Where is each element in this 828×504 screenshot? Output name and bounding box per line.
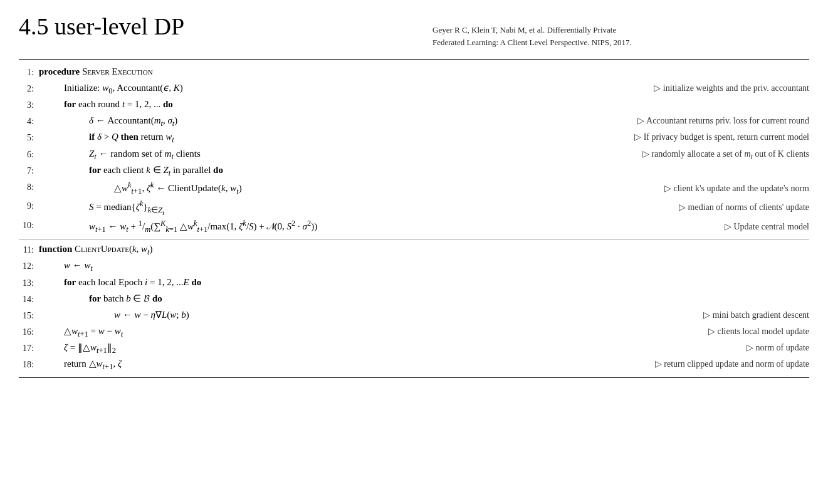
algorithm-line: 4:δ ← Accountant(mt, σt)▷ Accountant ret… (19, 113, 809, 130)
line-number: 4: (19, 113, 39, 129)
line-content: return △wt+1, ζ (39, 357, 508, 373)
algorithm-line: 2:Initialize: w0, Accountant(ϵ, K)▷ init… (19, 81, 809, 97)
page-title: 4.5 user-level DP (19, 13, 184, 41)
line-content: S = median{ζk}k∈Zt (39, 198, 508, 218)
line-number: 7: (19, 163, 39, 178)
line-comment: ▷ client k's update and the update's nor… (508, 182, 809, 196)
algorithm-line: 1:procedure Server Execution (19, 65, 809, 81)
line-content: ζ = ‖△wt+1‖2 (39, 340, 508, 357)
algorithm-line: 13:for each local Epoch i = 1, 2, ...E d… (19, 275, 809, 291)
algorithm-line: 14:for batch b ∈ 𝓑 do (19, 291, 809, 308)
line-comment: ▷ initialize weights and the priv. accou… (508, 81, 809, 95)
algorithm-line: 3:for each round t = 1, 2, ... do (19, 97, 809, 113)
line-number: 10: (19, 218, 39, 233)
line-content: Initialize: w0, Accountant(ϵ, K) (39, 81, 508, 97)
line-content: function ClientUpdate(k, wt) (39, 242, 508, 258)
line-content: for each local Epoch i = 1, 2, ...E do (39, 275, 508, 290)
line-content: procedure Server Execution (39, 65, 508, 79)
line-comment: ▷ Accountant returns priv. loss for curr… (508, 114, 809, 128)
line-content: △wkt+1, ζk ← ClientUpdate(k, wt) (39, 179, 508, 197)
algorithm-box: 1:procedure Server Execution2:Initialize… (19, 59, 809, 378)
algorithm-line: 18:return △wt+1, ζ▷ return clipped updat… (19, 357, 809, 373)
line-content: △wt+1 = w − wt (39, 324, 508, 340)
line-number: 8: (19, 179, 39, 194)
algorithm-line: 6:Zt ← random set of mt clients▷ randoml… (19, 147, 809, 163)
line-content: for each round t = 1, 2, ... do (39, 97, 508, 112)
line-number: 16: (19, 324, 39, 339)
algorithm-line: 12:w ← wt (19, 258, 809, 275)
algorithm-line: 10:wt+1 ← wt + 1/m(∑Kk=1 △wkt+1/max(1, ζ… (19, 218, 809, 236)
line-content: Zt ← random set of mt clients (39, 147, 508, 163)
line-comment: ▷ randomly allocate a set of mt out of K… (508, 147, 809, 163)
algorithm-line: 8:△wkt+1, ζk ← ClientUpdate(k, wt)▷ clie… (19, 179, 809, 197)
line-number: 6: (19, 147, 39, 162)
line-number: 14: (19, 291, 39, 307)
line-content: if δ > Q then return wt (39, 130, 508, 146)
algorithm-line: 11:function ClientUpdate(k, wt) (19, 242, 809, 258)
line-comment: ▷ median of norms of clients' update (508, 201, 809, 214)
line-comment: ▷ clients local model update (508, 325, 809, 339)
line-number: 5: (19, 130, 39, 145)
line-comment: ▷ norm of update (508, 341, 809, 355)
algorithm-line: 17:ζ = ‖△wt+1‖2▷ norm of update (19, 340, 809, 357)
line-number: 1: (19, 65, 39, 80)
line-number: 11: (19, 242, 39, 257)
line-number: 18: (19, 357, 39, 372)
line-content: w ← wt (39, 258, 508, 275)
algorithm-line: 15:w ← w − η∇L(w; b)▷ mini batch gradien… (19, 308, 809, 324)
line-content: for each client k ∈ Zt in parallel do (39, 163, 508, 179)
citation: Geyer R C, Klein T, Nabi M, et al. Diffe… (432, 24, 632, 48)
line-comment: ▷ If privacy budget is spent, return cur… (508, 130, 809, 144)
line-number: 12: (19, 258, 39, 273)
line-comment: ▷ return clipped update and norm of upda… (508, 357, 809, 371)
algorithm-line: 5:if δ > Q then return wt▷ If privacy bu… (19, 130, 809, 146)
line-number: 17: (19, 340, 39, 355)
line-comment: ▷ mini batch gradient descent (508, 308, 809, 322)
line-number: 3: (19, 97, 39, 112)
line-number: 15: (19, 308, 39, 323)
algorithm-line: 16:△wt+1 = w − wt▷ clients local model u… (19, 324, 809, 340)
line-number: 2: (19, 81, 39, 96)
algorithm-line: 7:for each client k ∈ Zt in parallel do (19, 163, 809, 179)
line-content: for batch b ∈ 𝓑 do (39, 291, 508, 306)
line-comment: ▷ Update central model (508, 220, 809, 234)
line-number: 13: (19, 275, 39, 290)
line-content: w ← w − η∇L(w; b) (39, 308, 508, 322)
line-content: wt+1 ← wt + 1/m(∑Kk=1 △wkt+1/max(1, ζk/S… (39, 218, 508, 236)
algorithm-line: 9:S = median{ζk}k∈Zt▷ median of norms of… (19, 198, 809, 218)
line-number: 9: (19, 198, 39, 213)
line-content: δ ← Accountant(mt, σt) (39, 113, 508, 130)
